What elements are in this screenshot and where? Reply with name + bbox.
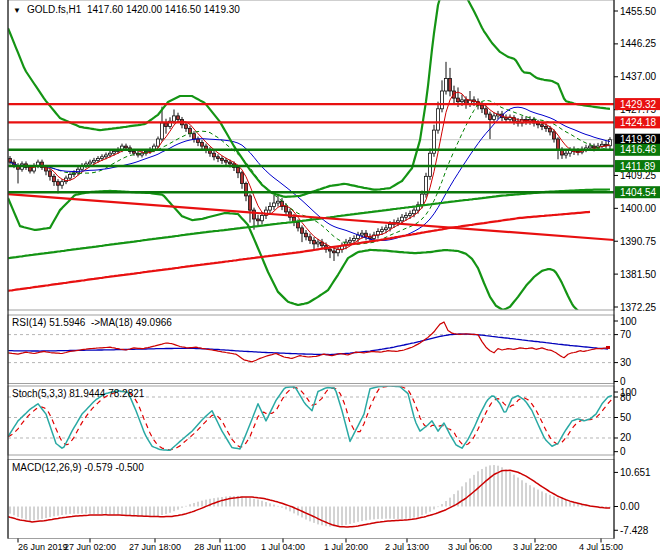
svg-text:1381.50: 1381.50 xyxy=(620,269,657,280)
svg-text:10.651: 10.651 xyxy=(620,467,651,478)
svg-text:50: 50 xyxy=(620,412,632,423)
svg-text:1416.46: 1416.46 xyxy=(620,144,657,155)
svg-text:26 Jun 2019: 26 Jun 2019 xyxy=(18,542,68,552)
svg-text:1437.00: 1437.00 xyxy=(620,71,657,82)
symbol-period-label: GOLD.fs,H1 xyxy=(27,4,81,15)
svg-text:0: 0 xyxy=(620,446,626,457)
chevron-down-icon[interactable]: ▼ xyxy=(13,6,21,15)
chart-window: 1455.501446.251437.001427.751409.251400.… xyxy=(0,0,660,560)
svg-text:1411.89: 1411.89 xyxy=(620,161,656,172)
svg-text:27 Jun 02:00: 27 Jun 02:00 xyxy=(64,542,116,552)
svg-text:20: 20 xyxy=(620,432,632,443)
chart-title: ▼GOLD.fs,H1 1417.60 1420.00 1416.50 1419… xyxy=(13,4,240,15)
svg-text:1 Jul 20:00: 1 Jul 20:00 xyxy=(324,542,368,552)
price-chart-canvas[interactable]: 1455.501446.251437.001427.751409.251400.… xyxy=(0,0,660,560)
svg-text:30: 30 xyxy=(620,357,632,368)
svg-text:1390.75: 1390.75 xyxy=(620,236,657,247)
stoch-indicator-label: Stoch(5,3,3) 81.9444 78.2821 xyxy=(12,388,144,399)
svg-text:80: 80 xyxy=(620,392,632,403)
svg-text:0.00: 0.00 xyxy=(620,501,640,512)
svg-text:3 Jul 22:00: 3 Jul 22:00 xyxy=(513,542,557,552)
svg-text:1 Jul 04:00: 1 Jul 04:00 xyxy=(261,542,305,552)
ohlc-values-label: 1417.60 1420.00 1416.50 1419.30 xyxy=(87,4,240,15)
svg-text:3 Jul 06:00: 3 Jul 06:00 xyxy=(448,542,492,552)
rsi-indicator-label: RSI(14) 51.5946 ->MA(18) 49.0966 xyxy=(12,317,172,328)
svg-text:1455.50: 1455.50 xyxy=(620,6,657,17)
svg-text:1400.00: 1400.00 xyxy=(620,203,657,214)
svg-text:4 Jul 15:00: 4 Jul 15:00 xyxy=(579,542,623,552)
svg-text:70: 70 xyxy=(620,329,632,340)
svg-text:1429.32: 1429.32 xyxy=(620,99,657,110)
svg-text:1404.54: 1404.54 xyxy=(620,187,657,198)
svg-text:-7.428: -7.428 xyxy=(620,525,649,536)
svg-text:1446.25: 1446.25 xyxy=(620,38,657,49)
macd-indicator-label: MACD(12,26,9) -0.579 -0.500 xyxy=(12,462,144,473)
svg-text:100: 100 xyxy=(620,316,637,327)
svg-text:2 Jul 13:00: 2 Jul 13:00 xyxy=(385,542,429,552)
svg-text:27 Jun 18:00: 27 Jun 18:00 xyxy=(129,542,181,552)
svg-text:28 Jun 11:00: 28 Jun 11:00 xyxy=(194,542,245,552)
svg-text:1372.25: 1372.25 xyxy=(620,302,657,313)
svg-text:0: 0 xyxy=(620,376,626,387)
svg-text:1424.18: 1424.18 xyxy=(620,117,657,128)
